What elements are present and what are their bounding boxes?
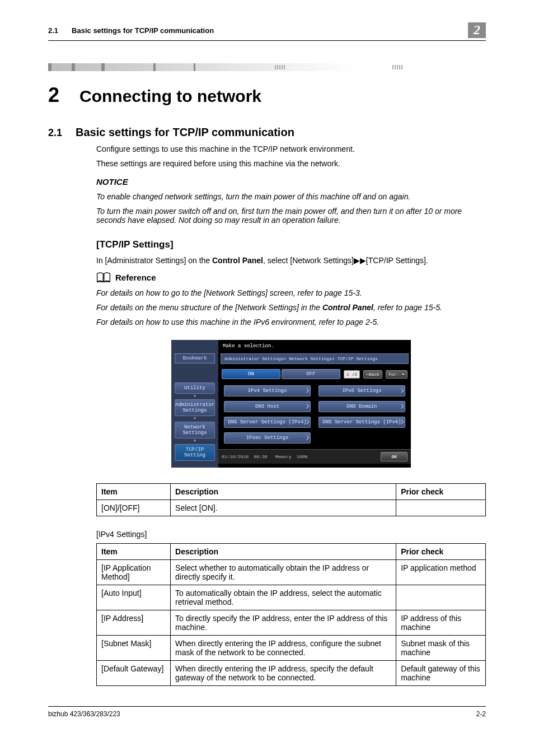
chapter-heading: 2 Connecting to network: [48, 83, 486, 107]
chevron-down-icon: ▾: [171, 416, 218, 422]
panel-sidebar: Bookmark Utility ▾ Administrator Setting…: [171, 340, 218, 468]
page-footer: bizhub 423/363/283/223 2-2: [48, 706, 486, 718]
tcpip-settings-path: In [Administrator Settings] on the Contr…: [96, 256, 486, 265]
col-description: Description: [171, 484, 396, 500]
table-row: [Subnet Mask] When directly entering the…: [97, 636, 486, 661]
runhead-section-title: Basic settings for TCP/IP communication: [72, 26, 214, 35]
sidebar-item-network-settings[interactable]: Network Settings: [175, 422, 215, 438]
reference-line: For details on how to go to the [Network…: [96, 288, 486, 297]
reference-heading: Reference: [96, 272, 486, 283]
tcpip-settings-heading: [TCP/IP Settings]: [96, 239, 486, 250]
reference-line: For details on how to use this machine i…: [96, 318, 486, 326]
ok-button[interactable]: OK: [381, 452, 407, 461]
on-tab[interactable]: ON: [222, 369, 280, 379]
section-number: 2.1: [48, 127, 62, 139]
sidebar-item-tcpip-setting[interactable]: TCP/IP Setting: [175, 444, 215, 461]
col-prior-check: Prior check: [396, 544, 486, 560]
status-memory-value: 100%: [297, 454, 307, 459]
book-icon: [96, 272, 111, 283]
table-row: [IP Address] To directly specify the IP …: [97, 610, 486, 636]
running-header: 2.1 Basic settings for TCP/IP communicat…: [48, 22, 486, 41]
runhead-section-number: 2.1: [48, 26, 58, 35]
back-button[interactable]: ⇦Back: [363, 370, 382, 379]
col-description: Description: [171, 544, 396, 560]
chapter-title: Connecting to network: [79, 87, 261, 106]
chevron-down-icon: ▾: [171, 394, 218, 399]
control-panel-screenshot: Bookmark Utility ▾ Administrator Setting…: [171, 340, 411, 468]
panel-breadcrumb: Administrator Settings> Network Settings…: [221, 353, 409, 364]
decorative-stripe: [48, 63, 486, 71]
bookmark-button[interactable]: Bookmark: [175, 353, 215, 363]
ipsec-settings-button[interactable]: IPsec Settings: [224, 432, 311, 444]
status-time: 00:30: [254, 454, 268, 459]
table-row: [ON]/[OFF] Select [ON].: [97, 500, 486, 516]
col-item: Item: [97, 544, 171, 560]
section-title: Basic settings for TCP/IP communication: [76, 126, 294, 139]
intro-paragraph: Configure settings to use this machine i…: [96, 144, 486, 153]
table-row: [Auto Input] To automatically obtain the…: [97, 585, 486, 610]
col-prior-check: Prior check: [396, 484, 486, 500]
panel-status-bar: 01/10/2010 00:30 Memory 100% OK: [218, 450, 411, 464]
notice-text: To enable changed network settings, turn…: [96, 192, 486, 201]
panel-instruction: Make a selection.: [218, 340, 411, 351]
footer-model: bizhub 423/363/283/223: [48, 710, 120, 718]
ipv6-settings-button[interactable]: IPv6 Settings: [318, 385, 405, 396]
off-tab[interactable]: OFF: [282, 369, 340, 379]
dns-domain-button[interactable]: DNS Domain: [318, 401, 405, 412]
sidebar-item-utility[interactable]: Utility: [175, 382, 215, 394]
table-title-ipv4: [IPv4 Settings]: [96, 530, 486, 539]
table-row: [Default Gateway] When directly entering…: [97, 661, 486, 686]
chapter-number: 2: [48, 83, 59, 107]
chevron-down-icon: ▾: [171, 438, 218, 444]
sidebar-item-admin-settings[interactable]: Administrator Settings: [175, 399, 215, 416]
settings-table-onoff: Item Description Prior check [ON]/[OFF] …: [96, 483, 486, 516]
forward-button[interactable]: For- ➨: [386, 370, 407, 379]
notice-label: NOTICE: [96, 177, 486, 186]
status-memory-label: Memory: [275, 454, 292, 459]
ipv4-settings-button[interactable]: IPv4 Settings: [224, 385, 311, 396]
status-date: 01/10/2010: [222, 454, 249, 459]
page-indicator: 1 /2: [344, 370, 360, 379]
reference-label: Reference: [115, 273, 156, 282]
col-item: Item: [97, 484, 171, 500]
section-heading: 2.1 Basic settings for TCP/IP communicat…: [48, 126, 486, 139]
notice-text: To turn the main power switch off and on…: [96, 207, 486, 225]
panel-main: Make a selection. Administrator Settings…: [218, 340, 411, 468]
intro-paragraph: These settings are required before using…: [96, 159, 486, 168]
table-row: [IP Application Method] Select whether t…: [97, 560, 486, 585]
chapter-badge: 2: [468, 22, 486, 38]
dns-server-v6-button[interactable]: DNS Server Settings (IPv6): [318, 417, 405, 428]
dns-server-v4-button[interactable]: DNS Server Settings (IPv4): [224, 417, 311, 428]
footer-page-number: 2-2: [476, 710, 486, 718]
reference-line: For details on the menu structure of the…: [96, 303, 486, 312]
settings-table-ipv4: Item Description Prior check [IP Applica…: [96, 543, 486, 686]
dns-host-button[interactable]: DNS Host: [224, 401, 311, 412]
